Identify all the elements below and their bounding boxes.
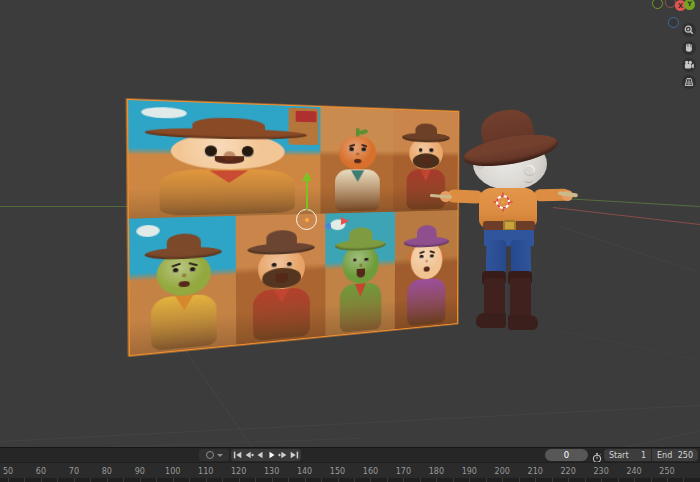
bandana: [420, 170, 430, 181]
gizmo-y-arrowhead[interactable]: [302, 172, 312, 181]
viewport-3d[interactable]: XY: [0, 0, 700, 447]
grid-line: [100, 438, 362, 447]
frame-label: 70: [69, 467, 79, 476]
model-smile: [524, 176, 533, 183]
gizmo-x-handle[interactable]: [341, 217, 349, 225]
frame-tick: [469, 478, 470, 482]
frame-label: 110: [198, 467, 213, 476]
next-keyframe-button[interactable]: [278, 450, 288, 460]
perspective-grid-icon[interactable]: [682, 75, 696, 89]
eye: [420, 255, 424, 259]
chevron-down-icon[interactable]: [217, 454, 223, 457]
frame-tick: [420, 478, 421, 482]
frame-tick: [140, 478, 141, 482]
frame-end-field[interactable]: End 250: [652, 449, 698, 461]
frame-tick: [667, 478, 668, 482]
frame-tick: [90, 478, 91, 482]
frame-tick: [206, 478, 207, 482]
model-foot-right: [508, 315, 538, 330]
play-reverse-button[interactable]: [255, 450, 265, 460]
model-foot-left: [476, 313, 506, 328]
frame-tick: [123, 478, 124, 482]
frame-tick: [41, 478, 42, 482]
bandana: [351, 170, 364, 182]
frame-tick: [321, 478, 322, 482]
frame-tick: [436, 478, 437, 482]
y-axis-line: [0, 206, 128, 207]
play-button[interactable]: [267, 450, 277, 460]
current-frame-field[interactable]: 0: [545, 449, 588, 461]
nose: [356, 152, 360, 155]
bandana: [175, 295, 193, 311]
hat-crown: [416, 123, 437, 138]
panel-green-outlaw-with-revolver: [129, 216, 237, 355]
frame-label: 200: [495, 467, 510, 476]
frame-start-field[interactable]: Start 1: [604, 449, 651, 461]
model-boot-right: [510, 278, 531, 320]
timeline-ruler[interactable]: 5060708090100110120130140150160170180190…: [0, 462, 700, 478]
gizmo-axis-neg-y[interactable]: [652, 0, 663, 9]
frame-label: 220: [561, 467, 576, 476]
frame-tick: [222, 478, 223, 482]
jump-to-end-button[interactable]: [289, 450, 299, 460]
cloud: [141, 106, 186, 118]
hat-crown: [416, 225, 437, 242]
frame-tick: [453, 478, 454, 482]
frame-label: 90: [135, 467, 145, 476]
previous-keyframe-button[interactable]: [244, 450, 254, 460]
bandana: [273, 289, 289, 304]
frame-tick: [338, 478, 339, 482]
panel-tomato-head-gunslinger: [320, 107, 394, 215]
y-axis-line: [563, 198, 700, 207]
frame-label: 80: [102, 467, 112, 476]
jump-to-start-button[interactable]: [233, 450, 243, 460]
stopwatch-icon: [591, 449, 603, 461]
eye: [362, 148, 366, 152]
cloud: [136, 225, 160, 238]
hat-crown: [166, 233, 201, 253]
panel-laughing-bearded-cowboy: [236, 214, 327, 346]
frame-label: 190: [462, 467, 477, 476]
gizmo-z-handle[interactable]: [325, 223, 331, 229]
eye: [350, 148, 354, 152]
frame-label: 170: [396, 467, 411, 476]
gizmo-axis-neg-x[interactable]: [665, 0, 676, 8]
frame-tick: [651, 478, 652, 482]
frame-tick: [601, 478, 602, 482]
frame-tick: [552, 478, 553, 482]
gizmo-y-arrow[interactable]: [306, 181, 308, 210]
frame-label: 180: [429, 467, 444, 476]
nose: [359, 263, 362, 266]
frame-tick: [24, 478, 25, 482]
timeline-tick-strip: [0, 478, 700, 482]
blender-window: XY 0 Start 1 End 250 5060708090100110120…: [0, 0, 700, 482]
model-arm-left: [447, 189, 483, 203]
hat-crown: [349, 227, 372, 245]
reference-image-plane[interactable]: [128, 100, 458, 355]
frame-tick: [239, 478, 240, 482]
frame-tick: [156, 478, 157, 482]
gizmo-axis-pos-y[interactable]: Y: [684, 0, 695, 10]
auto-keying-toggle[interactable]: [199, 449, 229, 461]
camera-view-icon[interactable]: [682, 58, 696, 72]
playback-transport: [231, 449, 301, 461]
frame-label: 60: [36, 467, 46, 476]
bandana: [355, 284, 366, 298]
end-label: End: [657, 451, 672, 460]
pan-hand-icon[interactable]: [682, 41, 696, 55]
eye: [430, 254, 434, 258]
gizmo-axis-neg-z[interactable]: [668, 17, 679, 28]
object-origin-dot: [305, 218, 309, 222]
frame-label: 120: [231, 467, 246, 476]
frame-tick: [568, 478, 569, 482]
panel-cactus-cowboy: [325, 212, 396, 337]
frame-tick: [370, 478, 371, 482]
panel-sheriff-kid-with-lollipop: [128, 100, 321, 220]
frame-label: 240: [626, 467, 641, 476]
zoom-icon[interactable]: [682, 23, 696, 37]
grid-line: [560, 226, 700, 273]
frame-tick: [57, 478, 58, 482]
frame-tick: [535, 478, 536, 482]
frame-tick: [173, 478, 174, 482]
frame-tick: [403, 478, 404, 482]
